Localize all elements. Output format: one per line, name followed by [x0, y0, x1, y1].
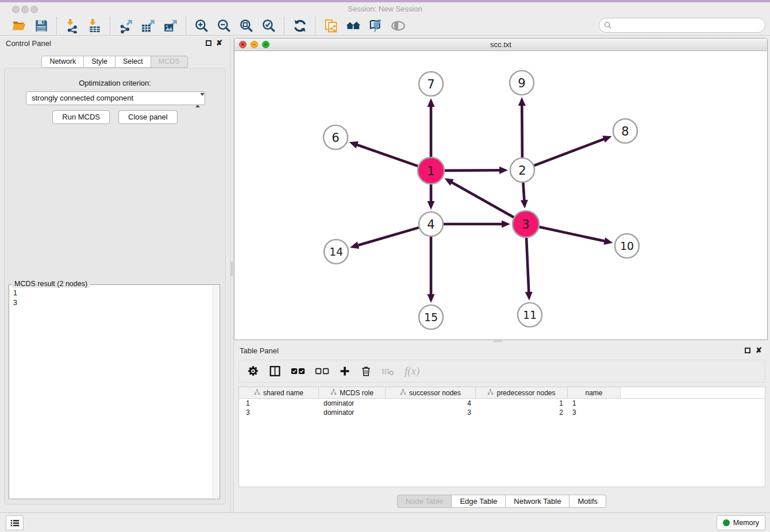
node-label: 9	[518, 76, 525, 90]
node-8[interactable]: 8	[613, 119, 637, 143]
tab-network[interactable]: Network	[41, 56, 84, 68]
zoom-fit-icon[interactable]	[238, 18, 254, 33]
search-box[interactable]	[599, 18, 765, 33]
column-header-predecessor-nodes[interactable]: predecessor nodes	[476, 387, 568, 398]
node-10[interactable]: 10	[615, 234, 639, 258]
home-icon[interactable]	[345, 18, 361, 33]
column-header-MCDS-role[interactable]: MCDS role	[319, 387, 386, 398]
tab-edge-table[interactable]: Edge Table	[451, 495, 506, 508]
task-history-button[interactable]	[6, 515, 24, 530]
node-15[interactable]: 15	[419, 305, 443, 329]
control-panel-float-icon[interactable]	[206, 40, 211, 46]
edge-2-8[interactable]	[534, 136, 612, 165]
toolbar-group-5	[315, 18, 413, 33]
select-all-icon[interactable]	[291, 364, 305, 379]
edge-4-15[interactable]	[428, 237, 435, 303]
tab-network-table[interactable]: Network Table	[505, 495, 569, 508]
cell: 1	[476, 399, 568, 408]
tab-motifs[interactable]: Motifs	[569, 495, 606, 508]
cell: 3	[239, 408, 319, 417]
table-body: 1dominator4113dominator323	[239, 399, 765, 417]
network-title: scc.txt	[234, 38, 767, 51]
export-table-icon[interactable]	[140, 18, 156, 33]
result-item: 1	[13, 288, 211, 298]
network-window-titlebar[interactable]: × − + scc.txt	[234, 38, 767, 51]
edge-3-1[interactable]	[445, 178, 514, 217]
table-panel-float-icon[interactable]	[745, 348, 750, 353]
export-image-icon[interactable]	[163, 18, 178, 33]
memory-button[interactable]: Memory	[717, 515, 765, 530]
edge-1-4[interactable]	[428, 184, 435, 210]
tab-select[interactable]: Select	[115, 56, 151, 68]
cell: 2	[476, 408, 568, 417]
table-row[interactable]: 3dominator323	[239, 408, 765, 417]
column-header-name[interactable]: name	[568, 387, 621, 398]
node-9[interactable]: 9	[510, 71, 534, 95]
vertical-splitter[interactable]	[230, 36, 234, 512]
node-6[interactable]: 6	[324, 125, 348, 149]
tab-node-table[interactable]: Node Table	[397, 495, 452, 508]
export-network-icon[interactable]	[118, 18, 133, 33]
horizontal-splitter-handle[interactable]	[493, 340, 502, 342]
open-session-icon[interactable]	[11, 18, 26, 33]
save-session-icon[interactable]	[33, 18, 49, 33]
tab-style[interactable]: Style	[83, 56, 116, 68]
show-hide-icon[interactable]	[390, 18, 406, 33]
delete-row-icon[interactable]	[360, 364, 372, 379]
search-input[interactable]	[615, 21, 760, 30]
node-label: 14	[329, 245, 343, 258]
import-network-icon[interactable]	[64, 18, 80, 33]
table-row[interactable]: 1dominator411	[239, 399, 765, 408]
node-3[interactable]: 3	[513, 211, 539, 237]
zoom-selected-icon[interactable]	[261, 18, 276, 33]
split-panel-icon[interactable]	[269, 364, 281, 379]
app-title: Session: New Session	[0, 2, 770, 16]
gear-icon[interactable]	[247, 364, 259, 379]
table-panel-close-icon[interactable]: ✘	[756, 346, 762, 354]
refresh-icon[interactable]	[292, 18, 307, 33]
splitter-handle-icon	[231, 261, 233, 276]
column-header-shared-name[interactable]: shared name	[239, 387, 319, 398]
run-mcds-button[interactable]: Run MCDS	[52, 110, 110, 124]
node-4[interactable]: 4	[419, 212, 443, 236]
node-11[interactable]: 11	[518, 303, 542, 327]
table-toolbar: f(x)	[238, 360, 765, 383]
node-1[interactable]: 1	[418, 157, 444, 184]
criterion-dropdown-value: strongly connected component	[32, 94, 133, 102]
deselect-all-icon[interactable]	[315, 364, 329, 379]
zoom-in-icon[interactable]	[194, 18, 209, 33]
edge-2-3[interactable]	[521, 183, 528, 209]
column-label: MCDS role	[340, 389, 374, 397]
edge-1-6[interactable]	[349, 141, 418, 166]
style-paint-icon[interactable]	[368, 18, 383, 33]
node-2[interactable]: 2	[510, 158, 534, 182]
network-canvas[interactable]: 7968124314101511	[234, 51, 767, 340]
edge-3-10[interactable]	[539, 227, 613, 245]
edge-3-11[interactable]	[525, 238, 533, 300]
node-label: 8	[621, 125, 629, 138]
node-14[interactable]: 14	[324, 240, 348, 264]
control-panel: Control Panel ✘ NetworkStyleSelectMCDS O…	[0, 36, 230, 512]
close-panel-button[interactable]: Close panel	[118, 110, 178, 124]
edge-1-7[interactable]	[428, 98, 435, 157]
node-label: 2	[518, 164, 526, 178]
control-panel-tabbar: NetworkStyleSelectMCDS	[0, 56, 230, 68]
zoom-out-icon[interactable]	[216, 18, 232, 33]
duplicate-network-icon[interactable]	[323, 18, 338, 33]
tab-mcds[interactable]: MCDS	[151, 56, 188, 68]
status-bar: Memory	[0, 512, 770, 532]
edge-4-14[interactable]	[350, 228, 419, 249]
column-header-successor-nodes[interactable]: successor nodes	[386, 387, 476, 398]
result-scrollbar[interactable]	[213, 286, 219, 498]
import-table-icon[interactable]	[87, 18, 102, 33]
node-7[interactable]: 7	[419, 72, 443, 96]
fx-label: f(x)	[405, 365, 419, 377]
edge-1-2[interactable]	[445, 167, 508, 174]
control-panel-close-icon[interactable]: ✘	[216, 39, 222, 47]
criterion-dropdown[interactable]: strongly connected component	[26, 91, 205, 105]
edge-4-3[interactable]	[444, 221, 510, 228]
edge-2-9[interactable]	[518, 97, 526, 157]
node-label: 7	[427, 78, 434, 91]
table-tabbar: Node TableEdge TableNetwork TableMotifs	[234, 495, 770, 508]
add-row-icon[interactable]	[339, 364, 351, 379]
